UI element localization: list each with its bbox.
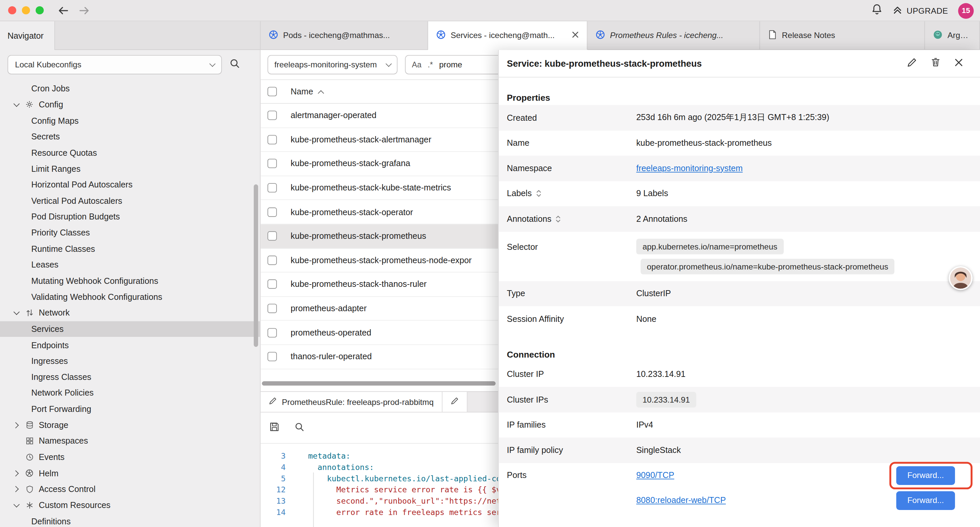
sidebar-group-custom-resources[interactable]: Custom Resources: [0, 497, 260, 513]
detail-title: Service: kube-prometheus-stack-prometheu…: [507, 58, 702, 68]
namespace-link[interactable]: freeleaps-monitoring-system: [636, 164, 743, 173]
sidebar-group-storage[interactable]: Storage: [0, 417, 260, 433]
select-all-checkbox[interactable]: [267, 87, 277, 96]
sidebar-item-config-maps[interactable]: Config Maps: [0, 113, 260, 129]
sidebar-item-horizontal-pod-autoscalers[interactable]: Horizontal Pod Autoscalers: [0, 177, 260, 193]
expand-collapse-icon[interactable]: [555, 215, 562, 223]
zoom-window-button[interactable]: [36, 6, 44, 14]
chevron-down-icon[interactable]: [12, 502, 20, 509]
sidebar-item-mutating-webhook-configurations[interactable]: Mutating Webhook Configurations: [0, 273, 260, 289]
sidebar-item-leases[interactable]: Leases: [0, 257, 260, 273]
tab-prometheus-rules[interactable]: Prometheus Rules - icecheng...: [587, 21, 760, 50]
editor-tab-partial[interactable]: [442, 392, 467, 412]
detail-header: Service: kube-prometheus-stack-prometheu…: [499, 50, 980, 77]
document-icon: [768, 30, 777, 41]
row-checkbox[interactable]: [267, 183, 277, 193]
close-panel-icon[interactable]: [954, 58, 963, 69]
sidebar-scrollbar[interactable]: [254, 185, 258, 347]
row-checkbox[interactable]: [267, 231, 277, 241]
sidebar-group-network[interactable]: Network: [0, 305, 260, 321]
edit-pencil-icon[interactable]: [907, 57, 917, 69]
chevron-down-icon[interactable]: [12, 309, 20, 317]
session-affinity-value: None: [636, 314, 656, 323]
sidebar-group-config[interactable]: Config: [0, 97, 260, 113]
sidebar-item-port-forwarding[interactable]: Port Forwarding: [0, 401, 260, 417]
tab-bar: Navigator Pods - icecheng@mathmas... Ser…: [0, 21, 980, 50]
row-checkbox[interactable]: [267, 159, 277, 169]
annotations-value: 2 Annotations: [636, 214, 687, 223]
regex-toggle[interactable]: .*: [428, 61, 433, 69]
collaborator-avatar: [949, 266, 972, 290]
expand-collapse-icon[interactable]: [535, 189, 542, 197]
upgrade-icon: [892, 5, 902, 17]
forward-button[interactable]: [79, 5, 90, 15]
port-link[interactable]: 8080:reloader-web/TCP: [636, 496, 726, 505]
forward-button[interactable]: Forward...: [896, 466, 955, 485]
back-button[interactable]: [57, 5, 69, 15]
type-value: ClusterIP: [636, 289, 671, 298]
editor-tab-prometheusrule[interactable]: PrometheusRule: freeleaps-prod-rabbitmq: [261, 392, 442, 412]
sidebar-item-network-policies[interactable]: Network Policies: [0, 385, 260, 401]
chevron-right-icon[interactable]: [12, 421, 20, 429]
forward-button[interactable]: Forward...: [896, 491, 955, 509]
minimize-window-button[interactable]: [22, 6, 30, 14]
kubeconfig-row: Local Kubeconfigs: [0, 50, 260, 78]
indent-guide: [313, 473, 314, 527]
tab-services[interactable]: Services - icecheng@math...: [428, 21, 587, 50]
sidebar-item-validating-webhook-configurations[interactable]: Validating Webhook Configurations: [0, 289, 260, 305]
close-tab-icon[interactable]: [567, 31, 579, 40]
row-checkbox[interactable]: [267, 280, 277, 289]
property-row-namespace: Namespace freeleaps-monitoring-system: [499, 156, 980, 181]
sidebar-item-endpoints[interactable]: Endpoints: [0, 337, 260, 353]
property-row-type: Type ClusterIP: [499, 281, 980, 306]
sidebar-item-resource-quotas[interactable]: Resource Quotas: [0, 145, 260, 161]
tab-release-notes[interactable]: Release Notes: [760, 21, 925, 50]
sidebar-item-vertical-pod-autoscalers[interactable]: Vertical Pod Autoscalers: [0, 193, 260, 209]
connection-row-cluster-ips: Cluster IPs 10.233.14.91: [499, 387, 980, 412]
close-window-button[interactable]: [8, 6, 16, 14]
sidebar-item-limit-ranges[interactable]: Limit Ranges: [0, 161, 260, 177]
notifications-bell-icon[interactable]: [871, 4, 882, 18]
horizontal-scrollbar[interactable]: [262, 381, 496, 385]
namespace-select[interactable]: freeleaps-monitoring-system: [267, 55, 398, 74]
sidebar-group-access-control[interactable]: Access Control: [0, 481, 260, 497]
sidebar-item-cron-jobs[interactable]: Cron Jobs: [0, 81, 260, 97]
sidebar-item-secrets[interactable]: Secrets: [0, 129, 260, 145]
tab-argo[interactable]: Argo S: [925, 21, 980, 50]
navigator-header-filler: [55, 21, 260, 50]
sidebar-item-pod-disruption-budgets[interactable]: Pod Disruption Budgets: [0, 209, 260, 225]
save-icon[interactable]: [269, 422, 280, 434]
chevron-right-icon[interactable]: [12, 469, 20, 477]
port-link[interactable]: 9090/TCP: [636, 471, 674, 480]
chevron-right-icon[interactable]: [12, 485, 20, 493]
row-checkbox[interactable]: [267, 328, 277, 337]
sidebar-item-definitions[interactable]: Definitions: [0, 513, 260, 527]
row-checkbox[interactable]: [267, 135, 277, 145]
sidebar-item-services[interactable]: Services: [0, 321, 260, 337]
sidebar-item-priority-classes[interactable]: Priority Classes: [0, 225, 260, 241]
delete-trash-icon[interactable]: [931, 57, 941, 70]
row-checkbox[interactable]: [267, 207, 277, 217]
properties-section-heading: Properties: [499, 84, 980, 105]
row-checkbox[interactable]: [267, 255, 277, 265]
sidebar-item-events[interactable]: Events: [0, 449, 260, 465]
sidebar-group-helm[interactable]: Helm: [0, 465, 260, 481]
sidebar-item-runtime-classes[interactable]: Runtime Classes: [0, 241, 260, 257]
match-case-toggle[interactable]: Aa: [412, 61, 422, 69]
sidebar-item-namespaces[interactable]: Namespaces: [0, 433, 260, 449]
sidebar-search-icon[interactable]: [229, 58, 240, 71]
row-checkbox[interactable]: [267, 304, 277, 313]
notification-count-badge[interactable]: 15: [958, 3, 974, 18]
chevron-down-icon[interactable]: [12, 101, 20, 109]
row-checkbox[interactable]: [267, 352, 277, 361]
kubeconfig-select[interactable]: Local Kubeconfigs: [7, 55, 222, 74]
sidebar-item-ingress-classes[interactable]: Ingress Classes: [0, 369, 260, 385]
sidebar-item-ingresses[interactable]: Ingresses: [0, 353, 260, 369]
ip-families-value: IPv4: [636, 420, 653, 430]
navigator-panel-tab[interactable]: Navigator: [0, 21, 55, 50]
editor-search-icon[interactable]: [294, 422, 305, 434]
row-checkbox[interactable]: [267, 111, 277, 120]
upgrade-button[interactable]: UPGRADE: [892, 5, 948, 17]
tab-pods[interactable]: Pods - icecheng@mathmas...: [261, 21, 428, 50]
name-column-header[interactable]: Name: [291, 87, 323, 96]
